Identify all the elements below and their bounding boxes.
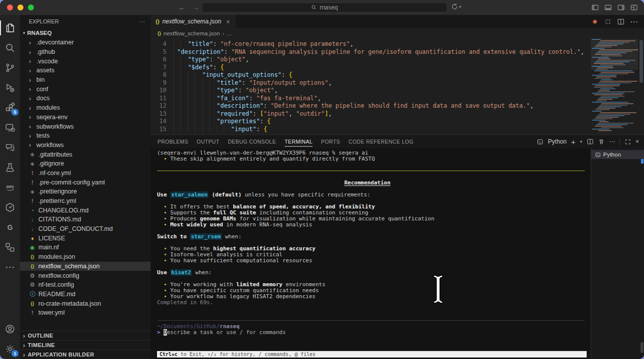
- terminal-list-item-python[interactable]: Python: [591, 150, 644, 159]
- nf-core-run-icon[interactable]: [591, 18, 599, 25]
- split-terminal-icon[interactable]: [587, 138, 594, 145]
- forward-arrow-icon[interactable]: →: [192, 3, 199, 11]
- terminal-dropdown-icon[interactable]: ▾: [580, 139, 582, 144]
- kill-terminal-trash-icon[interactable]: [598, 138, 605, 145]
- activity-bar-item-settings[interactable]: 1: [0, 339, 20, 359]
- session-sync-control[interactable]: ▾: [451, 3, 461, 10]
- tree-item[interactable]: !.nf-core.yml: [20, 169, 151, 178]
- tree-item[interactable]: !.prettierrc.yml: [20, 196, 151, 206]
- tree-item-label: ro-crate-metadata.json: [38, 300, 101, 307]
- activity-bar-item-gitlens[interactable]: G: [0, 217, 20, 237]
- tree-item[interactable]: ◈.prettierignore: [20, 187, 151, 196]
- tree-item[interactable]: ◈.gitignore: [20, 159, 151, 169]
- code-editor[interactable]: 4 "title": "nf-core/rnaseq pipeline para…: [151, 39, 644, 135]
- split-editor-icon[interactable]: [617, 18, 625, 25]
- activity-bar-item-dependencies[interactable]: [0, 197, 20, 217]
- tree-item[interactable]: ›assets: [20, 66, 151, 75]
- sidebar-section-outline[interactable]: ›OUTLINE: [20, 331, 151, 340]
- panel-tab-problems[interactable]: PROBLEMS: [158, 135, 188, 148]
- tree-item[interactable]: ›.devcontainer: [20, 38, 151, 47]
- tree-item[interactable]: ›tests: [20, 131, 151, 141]
- tree-item[interactable]: ⚙nf-test.config: [20, 280, 151, 290]
- editor-more-actions-icon[interactable]: ⋯: [630, 17, 638, 26]
- tree-item[interactable]: ›subworkflows: [20, 122, 151, 131]
- activity-bar-item-accounts[interactable]: [0, 319, 20, 339]
- tree-item[interactable]: {}nextflow_schema.json: [20, 262, 151, 271]
- activity-bar-item-run-debug[interactable]: [0, 78, 20, 98]
- tree-item[interactable]: ›docs: [20, 94, 151, 103]
- tree-item[interactable]: ◉main.nf: [20, 243, 151, 252]
- panel-tab-terminal[interactable]: TERMINAL: [285, 135, 313, 148]
- activity-bar-item-search[interactable]: [0, 38, 20, 58]
- explorer-sidebar: EXPLORER ⋯ ▾ RNASEQ ›.devcontainer›.gith…: [20, 15, 151, 359]
- tree-item[interactable]: ›.github: [20, 47, 151, 57]
- json-file-icon: {}: [156, 19, 160, 24]
- terminal-line: Use star_salmon (default) unless you hav…: [157, 192, 591, 198]
- activity-bar-item-explorer[interactable]: [0, 18, 20, 38]
- panel-more-actions-icon[interactable]: ⋯: [609, 138, 615, 145]
- chevron-right-icon: ›: [23, 351, 25, 359]
- tree-item[interactable]: ›.vscode: [20, 56, 151, 66]
- active-terminal-label[interactable]: Python: [548, 138, 566, 145]
- tree-item[interactable]: ›modules: [20, 103, 151, 113]
- tab-nextflow-schema-json[interactable]: {} nextflow_schema.json ×: [151, 15, 235, 28]
- tree-item[interactable]: !tower.yml: [20, 308, 151, 318]
- tree-item[interactable]: ♦LICENSE: [20, 233, 151, 243]
- activity-bar-item-aws-toolkit[interactable]: aws: [0, 178, 20, 197]
- tree-item[interactable]: iREADME.md: [20, 290, 151, 299]
- panel-tab-ports[interactable]: PORTS: [321, 135, 340, 148]
- sidebar-more-actions-icon[interactable]: ⋯: [140, 18, 146, 25]
- panel-tab-code-reference-log[interactable]: CODE REFERENCE LOG: [348, 135, 413, 148]
- activity-bar-item-extensions[interactable]: 5: [0, 98, 20, 118]
- file-icon: ⚙: [29, 272, 36, 279]
- tree-item[interactable]: ⚙nextflow.config: [20, 271, 151, 280]
- breadcrumb-separator-icon: ›: [222, 30, 224, 36]
- remote-explorer-icon: [4, 122, 15, 133]
- back-arrow-icon[interactable]: ←: [178, 3, 185, 11]
- customize-layout-icon[interactable]: [630, 3, 638, 11]
- activity-bar-item-testing[interactable]: [0, 158, 20, 178]
- file-icon: ↓: [29, 226, 36, 232]
- new-terminal-button[interactable]: +: [571, 138, 576, 146]
- terminal-output[interactable]: (seqera-env) llewelyn-van-der-berg@KTW2Y…: [151, 148, 591, 359]
- sidebar-section-application-builder[interactable]: ›APPLICATION BUILDER: [20, 350, 151, 359]
- editor-scrollbar-thumb[interactable]: [640, 40, 643, 83]
- minimap[interactable]: [591, 39, 638, 135]
- close-tab-icon[interactable]: ×: [226, 18, 230, 25]
- tree-item[interactable]: !.pre-commit-config.yaml: [20, 178, 151, 187]
- maximize-panel-icon[interactable]: [625, 139, 631, 145]
- editor-scrollbar[interactable]: [638, 39, 644, 135]
- tree-item[interactable]: {}modules.json: [20, 252, 151, 262]
- activity-bar-item-remote-explorer[interactable]: [0, 118, 20, 138]
- panel-tab-output[interactable]: OUTPUT: [197, 135, 220, 148]
- close-panel-icon[interactable]: ×: [636, 138, 639, 145]
- minimap-slider[interactable]: [591, 39, 638, 70]
- activity-bar-item-source-control[interactable]: [0, 58, 20, 78]
- panel-tab-debug-console[interactable]: DEBUG CONSOLE: [228, 135, 276, 148]
- activity-bar-item-additional-views[interactable]: [0, 257, 20, 277]
- minimize-window-button[interactable]: [17, 4, 23, 10]
- tree-item[interactable]: {}ro-crate-metadata.json: [20, 299, 151, 308]
- breadcrumb[interactable]: {} nextflow_schema.json › ...: [151, 28, 644, 39]
- tree-item[interactable]: ›seqera-env: [20, 113, 151, 122]
- tree-item[interactable]: ↓CITATIONS.md: [20, 215, 151, 224]
- tree-item-label: LICENSE: [38, 235, 65, 242]
- activity-bar-item-project-manager[interactable]: [0, 237, 20, 257]
- tree-item[interactable]: ›bin: [20, 75, 151, 85]
- tree-item[interactable]: ↓CODE_OF_CONDUCT.md: [20, 224, 151, 234]
- tree-item[interactable]: ›conf: [20, 84, 151, 94]
- tree-root-rnaseq[interactable]: ▾ RNASEQ: [20, 28, 151, 38]
- command-center-search[interactable]: rnaseq: [202, 2, 447, 12]
- zoom-window-button[interactable]: [28, 4, 34, 10]
- tree-item[interactable]: ◔CHANGELOG.md: [20, 205, 151, 215]
- close-window-button[interactable]: [7, 4, 13, 10]
- tree-item[interactable]: ›workflows: [20, 141, 151, 150]
- toggle-panel-icon[interactable]: [604, 3, 612, 11]
- settings-grid-icon[interactable]: [604, 18, 612, 25]
- toggle-secondary-sidebar-icon[interactable]: [617, 3, 625, 11]
- toggle-sidebar-icon[interactable]: [591, 3, 599, 11]
- terminal-scrollbar-thumb[interactable]: [641, 342, 644, 353]
- sidebar-section-timeline[interactable]: ›TIMELINE: [20, 340, 151, 350]
- activity-bar-item-chat[interactable]: [0, 138, 20, 158]
- tree-item[interactable]: ◈.gitattributes: [20, 150, 151, 159]
